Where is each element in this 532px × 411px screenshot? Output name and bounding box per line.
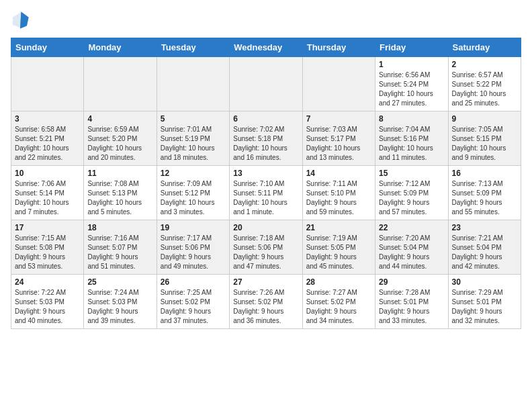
svg-marker-2: [20, 11, 29, 28]
calendar-day-cell: 11Sunrise: 7:08 AM Sunset: 5:13 PM Dayli…: [84, 166, 157, 220]
calendar-week-row: 3Sunrise: 6:58 AM Sunset: 5:21 PM Daylig…: [11, 111, 521, 166]
day-number: 8: [379, 114, 444, 124]
calendar-day-cell: 21Sunrise: 7:19 AM Sunset: 5:05 PM Dayli…: [302, 220, 375, 275]
calendar-day-cell: 27Sunrise: 7:26 AM Sunset: 5:02 PM Dayli…: [230, 275, 302, 329]
day-info: Sunrise: 7:21 AM Sunset: 5:04 PM Dayligh…: [452, 234, 517, 271]
day-info: Sunrise: 7:03 AM Sunset: 5:17 PM Dayligh…: [306, 125, 371, 163]
day-info: Sunrise: 7:02 AM Sunset: 5:18 PM Dayligh…: [233, 125, 298, 163]
day-info: Sunrise: 7:04 AM Sunset: 5:16 PM Dayligh…: [379, 125, 444, 163]
day-number: 10: [15, 169, 80, 178]
calendar-day-cell: 13Sunrise: 7:10 AM Sunset: 5:11 PM Dayli…: [230, 166, 302, 220]
day-number: 2: [452, 60, 517, 69]
logo: [11, 11, 32, 30]
day-info: Sunrise: 7:22 AM Sunset: 5:03 PM Dayligh…: [15, 288, 80, 326]
day-number: 24: [15, 277, 80, 287]
calendar-day-cell: 10Sunrise: 7:06 AM Sunset: 5:14 PM Dayli…: [11, 166, 84, 220]
day-info: Sunrise: 6:57 AM Sunset: 5:22 PM Dayligh…: [452, 71, 517, 108]
day-number: 6: [233, 114, 298, 124]
calendar-day-cell: [302, 57, 375, 111]
day-info: Sunrise: 7:29 AM Sunset: 5:01 PM Dayligh…: [452, 288, 517, 326]
calendar-week-row: 17Sunrise: 7:15 AM Sunset: 5:08 PM Dayli…: [11, 220, 521, 275]
calendar-day-cell: 14Sunrise: 7:11 AM Sunset: 5:10 PM Dayli…: [302, 166, 375, 220]
day-number: 3: [15, 114, 80, 124]
day-info: Sunrise: 7:15 AM Sunset: 5:08 PM Dayligh…: [15, 234, 80, 271]
calendar-day-cell: 23Sunrise: 7:21 AM Sunset: 5:04 PM Dayli…: [448, 220, 521, 275]
calendar-day-cell: 24Sunrise: 7:22 AM Sunset: 5:03 PM Dayli…: [11, 275, 84, 329]
day-number: 23: [452, 223, 517, 232]
calendar-day-cell: 7Sunrise: 7:03 AM Sunset: 5:17 PM Daylig…: [302, 111, 375, 166]
day-number: 30: [452, 277, 517, 287]
day-number: 28: [306, 277, 371, 287]
day-number: 13: [233, 169, 298, 178]
calendar-day-cell: 9Sunrise: 7:05 AM Sunset: 5:15 PM Daylig…: [448, 111, 521, 166]
weekday-header: Tuesday: [157, 38, 229, 57]
day-info: Sunrise: 7:05 AM Sunset: 5:15 PM Dayligh…: [452, 125, 517, 163]
day-number: 29: [379, 277, 444, 287]
calendar-day-cell: [157, 57, 229, 111]
calendar-header-row: SundayMondayTuesdayWednesdayThursdayFrid…: [11, 38, 521, 57]
calendar-week-row: 24Sunrise: 7:22 AM Sunset: 5:03 PM Dayli…: [11, 275, 521, 329]
weekday-header: Thursday: [302, 38, 375, 57]
day-info: Sunrise: 7:11 AM Sunset: 5:10 PM Dayligh…: [306, 179, 371, 217]
calendar-day-cell: 3Sunrise: 6:58 AM Sunset: 5:21 PM Daylig…: [11, 111, 84, 166]
day-number: 25: [87, 277, 152, 287]
day-number: 27: [233, 277, 298, 287]
day-number: 4: [87, 114, 152, 124]
calendar-day-cell: 29Sunrise: 7:28 AM Sunset: 5:01 PM Dayli…: [375, 275, 448, 329]
day-info: Sunrise: 7:24 AM Sunset: 5:03 PM Dayligh…: [87, 288, 152, 326]
day-info: Sunrise: 7:17 AM Sunset: 5:06 PM Dayligh…: [161, 234, 226, 271]
weekday-header: Sunday: [11, 38, 84, 57]
day-number: 15: [379, 169, 444, 178]
calendar-day-cell: 26Sunrise: 7:25 AM Sunset: 5:02 PM Dayli…: [157, 275, 229, 329]
weekday-header: Monday: [84, 38, 157, 57]
calendar-week-row: 1Sunrise: 6:56 AM Sunset: 5:24 PM Daylig…: [11, 57, 521, 111]
calendar-day-cell: 20Sunrise: 7:18 AM Sunset: 5:06 PM Dayli…: [230, 220, 302, 275]
day-number: 19: [161, 223, 226, 232]
day-info: Sunrise: 7:06 AM Sunset: 5:14 PM Dayligh…: [15, 179, 80, 217]
calendar-day-cell: 15Sunrise: 7:12 AM Sunset: 5:09 PM Dayli…: [375, 166, 448, 220]
day-info: Sunrise: 7:25 AM Sunset: 5:02 PM Dayligh…: [161, 288, 226, 326]
calendar-day-cell: 30Sunrise: 7:29 AM Sunset: 5:01 PM Dayli…: [448, 275, 521, 329]
day-info: Sunrise: 7:18 AM Sunset: 5:06 PM Dayligh…: [233, 234, 298, 271]
day-number: 5: [161, 114, 226, 124]
day-info: Sunrise: 7:16 AM Sunset: 5:07 PM Dayligh…: [87, 234, 152, 271]
day-info: Sunrise: 6:56 AM Sunset: 5:24 PM Dayligh…: [379, 71, 444, 108]
day-info: Sunrise: 7:27 AM Sunset: 5:02 PM Dayligh…: [306, 288, 371, 326]
day-number: 17: [15, 223, 80, 232]
calendar-day-cell: 5Sunrise: 7:01 AM Sunset: 5:19 PM Daylig…: [157, 111, 229, 166]
day-info: Sunrise: 7:10 AM Sunset: 5:11 PM Dayligh…: [233, 179, 298, 217]
day-info: Sunrise: 6:58 AM Sunset: 5:21 PM Dayligh…: [15, 125, 80, 163]
weekday-header: Friday: [375, 38, 448, 57]
calendar-day-cell: 28Sunrise: 7:27 AM Sunset: 5:02 PM Dayli…: [302, 275, 375, 329]
day-info: Sunrise: 7:28 AM Sunset: 5:01 PM Dayligh…: [379, 288, 444, 326]
day-info: Sunrise: 6:59 AM Sunset: 5:20 PM Dayligh…: [87, 125, 152, 163]
day-info: Sunrise: 7:20 AM Sunset: 5:04 PM Dayligh…: [379, 234, 444, 271]
day-number: 26: [161, 277, 226, 287]
day-number: 14: [306, 169, 371, 178]
logo-icon: [11, 11, 30, 30]
day-info: Sunrise: 7:01 AM Sunset: 5:19 PM Dayligh…: [161, 125, 226, 163]
calendar-table: SundayMondayTuesdayWednesdayThursdayFrid…: [11, 38, 521, 329]
calendar-day-cell: 16Sunrise: 7:13 AM Sunset: 5:09 PM Dayli…: [448, 166, 521, 220]
page-header: [11, 11, 521, 30]
calendar-day-cell: 25Sunrise: 7:24 AM Sunset: 5:03 PM Dayli…: [84, 275, 157, 329]
calendar-week-row: 10Sunrise: 7:06 AM Sunset: 5:14 PM Dayli…: [11, 166, 521, 220]
day-number: 11: [87, 169, 152, 178]
day-number: 16: [452, 169, 517, 178]
day-info: Sunrise: 7:26 AM Sunset: 5:02 PM Dayligh…: [233, 288, 298, 326]
calendar-day-cell: 17Sunrise: 7:15 AM Sunset: 5:08 PM Dayli…: [11, 220, 84, 275]
calendar-day-cell: [84, 57, 157, 111]
weekday-header: Saturday: [448, 38, 521, 57]
day-info: Sunrise: 7:08 AM Sunset: 5:13 PM Dayligh…: [87, 179, 152, 217]
calendar-day-cell: [11, 57, 84, 111]
day-number: 20: [233, 223, 298, 232]
day-info: Sunrise: 7:09 AM Sunset: 5:12 PM Dayligh…: [161, 179, 226, 217]
day-info: Sunrise: 7:13 AM Sunset: 5:09 PM Dayligh…: [452, 179, 517, 217]
calendar-day-cell: 2Sunrise: 6:57 AM Sunset: 5:22 PM Daylig…: [448, 57, 521, 111]
day-number: 9: [452, 114, 517, 124]
calendar-day-cell: 8Sunrise: 7:04 AM Sunset: 5:16 PM Daylig…: [375, 111, 448, 166]
day-info: Sunrise: 7:19 AM Sunset: 5:05 PM Dayligh…: [306, 234, 371, 271]
day-number: 12: [161, 169, 226, 178]
calendar-day-cell: [230, 57, 302, 111]
weekday-header: Wednesday: [230, 38, 302, 57]
